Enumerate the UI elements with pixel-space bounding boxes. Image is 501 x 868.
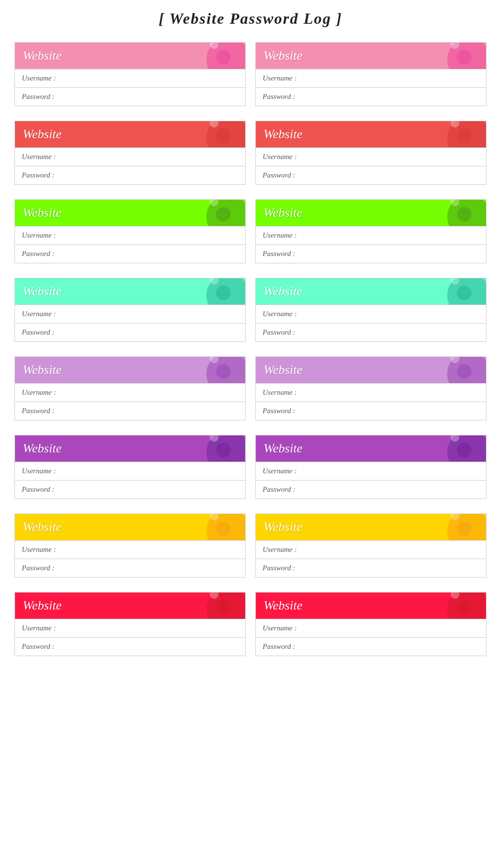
password-card-2: WebsiteUsername :Password : [15, 121, 246, 185]
username-field[interactable]: Username : [15, 226, 245, 244]
username-field[interactable]: Username : [256, 69, 486, 87]
username-field[interactable]: Username : [15, 69, 245, 87]
password-card-14: WebsiteUsername :Password : [15, 592, 246, 656]
bubble2-icon [216, 129, 231, 143]
website-label: Website [23, 206, 62, 220]
card-fields-14: Username :Password : [15, 619, 245, 656]
website-label: Website [264, 598, 302, 613]
bubble2-icon [457, 50, 471, 64]
password-field[interactable]: Password : [15, 402, 245, 420]
password-card-9: WebsiteUsername :Password : [255, 356, 486, 420]
username-field[interactable]: Username : [256, 147, 486, 166]
card-header-1: Website [256, 43, 486, 69]
card-header-9: Website [256, 357, 486, 383]
card-header-3: Website [256, 121, 486, 147]
username-field[interactable]: Username : [256, 619, 486, 637]
card-header-5: Website [256, 200, 486, 226]
website-label: Website [23, 48, 62, 63]
card-header-2: Website [15, 121, 245, 147]
website-label: Website [23, 441, 62, 456]
username-field[interactable]: Username : [15, 305, 245, 323]
card-header-10: Website [15, 435, 245, 462]
bubble2-icon [457, 600, 471, 614]
username-field[interactable]: Username : [256, 305, 486, 323]
password-card-1: WebsiteUsername :Password : [255, 42, 486, 106]
bubble2-icon [216, 364, 231, 379]
card-fields-8: Username :Password : [15, 383, 245, 420]
website-label: Website [23, 284, 62, 299]
username-field[interactable]: Username : [256, 462, 486, 480]
username-field[interactable]: Username : [15, 383, 245, 402]
password-card-8: WebsiteUsername :Password : [15, 356, 246, 420]
password-field[interactable]: Password : [256, 402, 486, 420]
card-header-13: Website [256, 514, 486, 540]
bubble2-icon [457, 443, 471, 457]
website-label: Website [264, 441, 302, 456]
card-header-11: Website [256, 435, 486, 462]
card-fields-5: Username :Password : [256, 226, 486, 263]
card-fields-4: Username :Password : [15, 226, 245, 263]
bubble2-icon [457, 521, 471, 536]
password-card-13: WebsiteUsername :Password : [255, 514, 486, 578]
password-field[interactable]: Password : [256, 637, 486, 656]
card-fields-2: Username :Password : [15, 147, 245, 184]
bubble2-icon [216, 50, 231, 64]
username-field[interactable]: Username : [15, 540, 245, 559]
website-label: Website [264, 206, 302, 220]
password-field[interactable]: Password : [15, 323, 245, 341]
website-label: Website [264, 127, 302, 142]
bubble2-icon [216, 600, 231, 614]
card-header-0: Website [15, 43, 245, 69]
card-header-6: Website [15, 278, 245, 305]
website-label: Website [23, 520, 62, 534]
website-label: Website [264, 520, 302, 534]
password-field[interactable]: Password : [15, 637, 245, 656]
password-field[interactable]: Password : [256, 480, 486, 498]
username-field[interactable]: Username : [15, 462, 245, 480]
website-label: Website [264, 363, 302, 377]
bubble2-icon [216, 286, 231, 300]
password-card-6: WebsiteUsername :Password : [15, 278, 246, 342]
password-card-5: WebsiteUsername :Password : [255, 199, 486, 263]
card-fields-15: Username :Password : [256, 619, 486, 656]
username-field[interactable]: Username : [256, 540, 486, 559]
password-field[interactable]: Password : [15, 166, 245, 184]
password-field[interactable]: Password : [15, 244, 245, 263]
password-field[interactable]: Password : [256, 166, 486, 184]
card-fields-3: Username :Password : [256, 147, 486, 184]
website-label: Website [23, 363, 62, 377]
password-field[interactable]: Password : [256, 559, 486, 577]
bubble2-icon [457, 364, 471, 379]
password-field[interactable]: Password : [256, 244, 486, 263]
password-grid: WebsiteUsername :Password :WebsiteUserna… [15, 42, 486, 656]
password-field[interactable]: Password : [15, 480, 245, 498]
username-field[interactable]: Username : [15, 147, 245, 166]
card-fields-7: Username :Password : [256, 305, 486, 341]
bubble2-icon [216, 521, 231, 536]
bubble2-icon [457, 286, 471, 300]
password-card-15: WebsiteUsername :Password : [255, 592, 486, 656]
card-header-4: Website [15, 200, 245, 226]
card-fields-6: Username :Password : [15, 305, 245, 341]
bubble2-icon [216, 443, 231, 457]
username-field[interactable]: Username : [256, 383, 486, 402]
password-card-12: WebsiteUsername :Password : [15, 514, 246, 578]
username-field[interactable]: Username : [256, 226, 486, 244]
website-label: Website [264, 284, 302, 299]
card-fields-0: Username :Password : [15, 69, 245, 106]
password-field[interactable]: Password : [256, 323, 486, 341]
username-field[interactable]: Username : [15, 619, 245, 637]
card-fields-10: Username :Password : [15, 462, 245, 498]
card-fields-11: Username :Password : [256, 462, 486, 498]
password-field[interactable]: Password : [15, 87, 245, 106]
bubble2-icon [457, 129, 471, 143]
password-card-0: WebsiteUsername :Password : [15, 42, 246, 106]
card-fields-12: Username :Password : [15, 540, 245, 577]
password-card-7: WebsiteUsername :Password : [255, 278, 486, 342]
password-field[interactable]: Password : [256, 87, 486, 106]
bubble2-icon [457, 207, 471, 222]
page-title: [ Website Password Log ] [15, 10, 486, 28]
password-card-4: WebsiteUsername :Password : [15, 199, 246, 263]
website-label: Website [23, 598, 62, 613]
password-field[interactable]: Password : [15, 559, 245, 577]
